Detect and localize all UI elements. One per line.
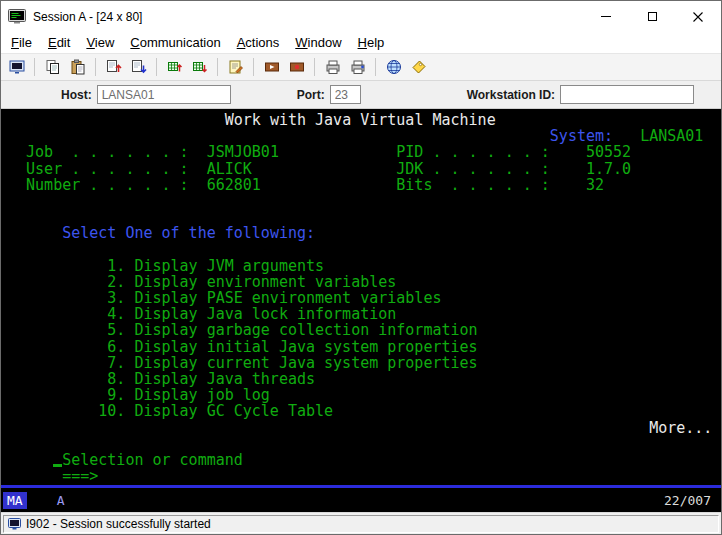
menu-communication[interactable]: Communication bbox=[122, 32, 228, 53]
toolbar-separator bbox=[253, 58, 254, 76]
function-keys-row: F3=ExitF4=PromptF9=RetrieveF12=Cancel bbox=[8, 468, 721, 484]
status-message: I902 - Session successfully started bbox=[26, 517, 211, 531]
menu-actions[interactable]: Actions bbox=[229, 32, 288, 53]
session-window: Session A - [24 x 80] File Edit View Com… bbox=[0, 0, 722, 535]
print-button[interactable] bbox=[320, 56, 345, 79]
close-button[interactable] bbox=[675, 1, 721, 32]
bits-value: 32 bbox=[586, 177, 604, 193]
tool-bar bbox=[1, 54, 721, 81]
host-bar: Host: Port: Workstation ID: bbox=[1, 81, 721, 109]
status-bar: I902 - Session successfully started bbox=[1, 512, 721, 534]
menu-option: 6.Display initial Java system properties bbox=[8, 322, 721, 338]
menu-view[interactable]: View bbox=[78, 32, 122, 53]
globe-button[interactable] bbox=[381, 56, 406, 79]
paste-icon bbox=[70, 59, 86, 75]
fkey-f3-exit: F3=Exit bbox=[62, 483, 125, 485]
paste-button[interactable] bbox=[65, 56, 90, 79]
select-prompt-row: Select One of the following: bbox=[8, 209, 721, 225]
more-row: More... bbox=[8, 420, 721, 436]
host-label: Host: bbox=[61, 88, 92, 102]
printer-setup-icon bbox=[350, 59, 366, 75]
send-data-button[interactable] bbox=[162, 56, 187, 79]
menu-option: 2.Display environment variables bbox=[8, 258, 721, 274]
menu-window[interactable]: Window bbox=[287, 32, 349, 53]
record-macro-icon bbox=[289, 59, 305, 75]
send-file-button[interactable] bbox=[101, 56, 126, 79]
receive-file-icon bbox=[131, 59, 147, 75]
fkey-f12-cancel: F12=Cancel bbox=[387, 483, 477, 485]
job-pid-row: Job . . . . . . : JSMJOB01 PID . . . . .… bbox=[8, 144, 721, 160]
screen-title: Work with Java Virtual Machine bbox=[225, 112, 496, 128]
pid-label: PID . . . . . . : bbox=[396, 144, 550, 160]
menu-option: 1.Display JVM arguments bbox=[8, 242, 721, 258]
host-input[interactable] bbox=[97, 85, 231, 104]
menu-help[interactable]: Help bbox=[350, 32, 393, 53]
pid-value: 50552 bbox=[586, 144, 631, 160]
minimize-icon bbox=[601, 16, 611, 17]
toolbar-separator bbox=[156, 58, 157, 76]
jdk-value: 1.7.0 bbox=[586, 161, 631, 177]
printer-setup-button[interactable] bbox=[345, 56, 370, 79]
edit-macro-button[interactable] bbox=[223, 56, 248, 79]
menu-option: 3.Display PASE environment variables bbox=[8, 274, 721, 290]
status-message-box: I902 - Session successfully started bbox=[3, 515, 719, 533]
receive-data-button[interactable] bbox=[187, 56, 212, 79]
fkey-f9-retrieve: F9=Retrieve bbox=[261, 483, 360, 485]
menu-option: 5.Display garbage collection information bbox=[8, 306, 721, 322]
app-terminal-icon[interactable] bbox=[8, 9, 26, 24]
status-session-icon bbox=[8, 518, 21, 530]
terminal-blank-row bbox=[8, 193, 721, 209]
menu-edit[interactable]: Edit bbox=[40, 32, 78, 53]
play-macro-icon bbox=[264, 59, 280, 75]
jdk-label: JDK . . . . . . : bbox=[396, 161, 550, 177]
terminal-screen[interactable]: Work with Java Virtual Machine System: L… bbox=[1, 109, 721, 485]
session-window-icon bbox=[9, 59, 25, 75]
record-macro-button[interactable] bbox=[284, 56, 309, 79]
play-macro-button[interactable] bbox=[259, 56, 284, 79]
user-value: ALICK bbox=[207, 161, 252, 177]
toolbar-separator bbox=[95, 58, 96, 76]
send-file-icon bbox=[106, 59, 122, 75]
job-value: JSMJOB01 bbox=[207, 144, 279, 160]
edit-macro-icon bbox=[228, 59, 244, 75]
minimize-button[interactable] bbox=[583, 1, 629, 32]
print-icon bbox=[325, 59, 341, 75]
close-icon bbox=[693, 12, 703, 22]
cursor-position-indicator: 22/007 bbox=[664, 493, 711, 508]
job-label: Job . . . . . . : bbox=[26, 144, 189, 160]
workstation-id-input[interactable] bbox=[560, 85, 694, 104]
fkey-f4-prompt: F4=Prompt bbox=[152, 483, 233, 485]
system-available-indicator: MA bbox=[3, 492, 27, 509]
copy-button[interactable] bbox=[40, 56, 65, 79]
bits-label: Bits . . . . . : bbox=[396, 177, 550, 193]
toolbar-separator bbox=[375, 58, 376, 76]
system-value: LANSA01 bbox=[640, 128, 703, 144]
system-label: System: bbox=[550, 128, 613, 144]
user-jdk-row: User . . . . . . : ALICK JDK . . . . . .… bbox=[8, 161, 721, 177]
maximize-button[interactable] bbox=[629, 1, 675, 32]
send-data-icon bbox=[167, 59, 183, 75]
keyboard-map-tag-button[interactable] bbox=[406, 56, 431, 79]
menu-option: 4.Display Java lock information bbox=[8, 290, 721, 306]
more-indicator: More... bbox=[649, 420, 712, 436]
selection-prompt-row: Selection or command bbox=[8, 436, 721, 452]
menu-option: 7.Display current Java system properties bbox=[8, 339, 721, 355]
window-controls bbox=[583, 1, 721, 32]
screen-title-row: Work with Java Virtual Machine bbox=[8, 112, 721, 128]
number-bits-row: Number . . . . . : 662801 Bits . . . . .… bbox=[8, 177, 721, 193]
keyboard-map-tag-icon bbox=[411, 59, 427, 75]
terminal-blank-row bbox=[8, 403, 721, 419]
operator-information-area: MA A 22/007 bbox=[1, 488, 721, 512]
terminal-blank-row bbox=[8, 225, 721, 241]
receive-file-button[interactable] bbox=[126, 56, 151, 79]
menu-option: 8.Display Java threads bbox=[8, 355, 721, 371]
port-input[interactable] bbox=[330, 85, 361, 104]
keyboard-indicator: A bbox=[57, 493, 65, 508]
session-window-button[interactable] bbox=[4, 56, 29, 79]
command-input-row[interactable]: ===> bbox=[8, 452, 721, 468]
toolbar-separator bbox=[217, 58, 218, 76]
menu-bar: File Edit View Communication Actions Win… bbox=[1, 32, 721, 54]
menu-option: 10.Display GC Cycle Table bbox=[8, 387, 721, 403]
menu-file[interactable]: File bbox=[3, 32, 40, 53]
terminal-cursor bbox=[53, 464, 62, 467]
